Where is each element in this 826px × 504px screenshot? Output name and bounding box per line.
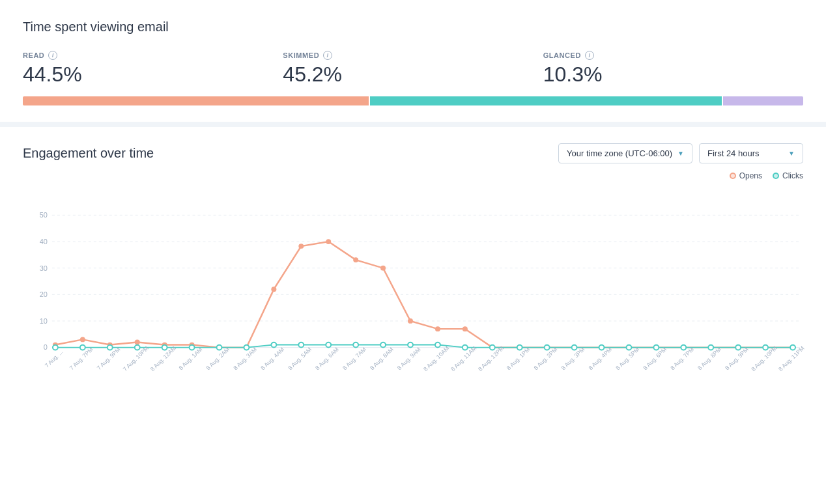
clicks-dot-2 [107,345,113,350]
clicks-dot-21 [626,345,631,350]
glanced-info-icon[interactable]: i [585,51,594,60]
section-title: Time spent viewing email [23,20,803,35]
clicks-dot-0 [53,345,58,350]
period-chevron-icon: ▼ [788,150,795,157]
timezone-dropdown[interactable]: Your time zone (UTC-06:00) ▼ [558,143,692,163]
bottom-section: Engagement over time Your time zone (UTC… [0,127,826,418]
opens-dot-14 [435,326,440,331]
opens-dot-8 [271,287,276,292]
metric-read: READ i 44.5% [23,51,283,85]
clicks-dot-4 [162,345,167,350]
clicks-dot-16 [490,345,495,350]
clicks-dot-15 [463,345,468,350]
clicks-dot-9 [298,343,304,348]
metrics-row: READ i 44.5% SKIMMED i 45.2% GLANCED i 1… [23,51,803,85]
y-label-0: 0 [44,344,48,352]
clicks-dot-19 [572,345,577,350]
clicks-dot-1 [80,345,85,350]
x-label-10: 8 Aug. 6AM [314,346,340,372]
clicks-dot-24 [708,345,713,350]
bottom-header: Engagement over time Your time zone (UTC… [23,143,803,163]
y-label-20: 20 [40,290,48,298]
x-label-14: 8 Aug. 10AM [422,345,450,372]
legend-clicks-dot [773,173,779,179]
x-label-0: 7 Aug. ... [44,348,64,369]
bar-glanced [723,96,803,105]
opens-dot-13 [408,318,413,324]
skimmed-info-icon[interactable]: i [323,51,332,60]
section-divider [0,122,826,127]
clicks-dot-14 [435,343,440,348]
opens-dot-11 [353,257,358,262]
clicks-dot-20 [599,345,605,350]
header-controls: Your time zone (UTC-06:00) ▼ First 24 ho… [558,143,803,163]
clicks-dot-7 [244,345,249,350]
clicks-dot-8 [271,343,276,348]
x-label-12: 8 Aug. 8AM [369,346,395,372]
y-label-40: 40 [40,238,48,245]
progress-bar [23,96,803,105]
chart-area: 50 40 30 20 10 0 [23,184,803,405]
opens-dot-3 [135,340,140,345]
engagement-title: Engagement over time [23,146,154,161]
x-label-8: 8 Aug. 4AM [259,346,285,372]
metric-read-label: READ i [23,51,283,60]
metric-skimmed-label: SKIMMED i [283,51,543,60]
metric-glanced: GLANCED i 10.3% [543,51,803,85]
clicks-dot-5 [190,345,195,350]
opens-dot-10 [326,239,331,244]
clicks-dot-11 [353,343,358,348]
clicks-dot-22 [653,345,659,350]
x-label-13: 8 Aug. 9AM [396,346,422,372]
bar-skimmed [370,96,722,105]
clicks-dot-26 [763,345,768,350]
chart-legend: Opens Clicks [23,171,803,180]
opens-dot-12 [380,266,386,271]
metric-skimmed: SKIMMED i 45.2% [283,51,543,85]
top-section: Time spent viewing email READ i 44.5% SK… [0,0,826,122]
legend-opens: Opens [730,171,762,180]
opens-dot-15 [463,326,468,331]
read-info-icon[interactable]: i [48,51,57,60]
x-label-9: 8 Aug. 5AM [287,346,313,372]
clicks-dot-25 [735,345,741,350]
clicks-dot-18 [545,345,550,350]
opens-dot-9 [298,244,304,249]
legend-opens-dot [730,173,736,179]
opens-dot-1 [80,337,85,343]
clicks-dot-6 [217,345,222,350]
metric-glanced-label: GLANCED i [543,51,803,60]
metric-skimmed-value: 45.2% [283,64,543,85]
clicks-dot-23 [681,345,686,350]
clicks-dot-12 [380,343,386,348]
clicks-dot-17 [517,345,522,350]
engagement-chart: 50 40 30 20 10 0 [23,184,803,379]
clicks-dot-13 [408,343,413,348]
y-label-10: 10 [40,317,48,325]
timezone-chevron-icon: ▼ [677,150,684,157]
clicks-dot-3 [135,345,140,350]
x-label-11: 8 Aug. 7AM [341,346,367,372]
period-dropdown[interactable]: First 24 hours ▼ [699,143,803,163]
clicks-dot-10 [326,343,331,348]
y-label-30: 30 [40,264,48,272]
clicks-dot-27 [790,345,795,350]
metric-read-value: 44.5% [23,64,283,85]
bar-read [23,96,369,105]
y-label-50: 50 [40,211,48,219]
legend-clicks: Clicks [773,171,803,180]
metric-glanced-value: 10.3% [543,64,803,85]
